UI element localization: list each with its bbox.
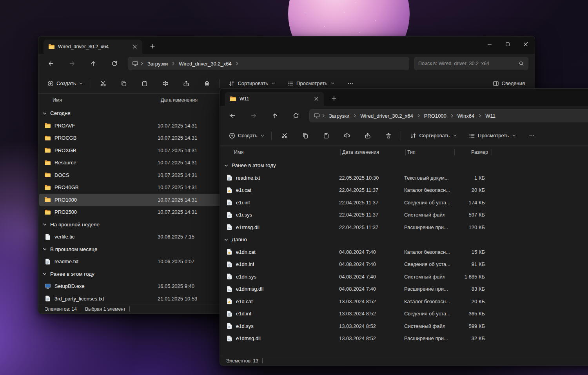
view-button[interactable]: Просмотреть xyxy=(465,130,520,142)
file-date: 10.07.2025 14:31 xyxy=(156,132,221,144)
file-size: 20 КБ xyxy=(452,184,489,197)
chevron-down-icon xyxy=(512,133,516,138)
forward-button[interactable] xyxy=(65,57,79,70)
file-date: 10.06.2025 0:07 xyxy=(156,255,221,268)
view-icon xyxy=(287,80,294,87)
chevron-right-icon xyxy=(321,113,326,118)
status-divider xyxy=(81,306,81,311)
create-button[interactable]: Создать xyxy=(44,78,87,89)
tab-close-button[interactable] xyxy=(131,42,139,51)
group-header[interactable]: Ранее в этом году xyxy=(221,159,588,172)
new-tab-button[interactable] xyxy=(147,41,158,52)
rename-button[interactable] xyxy=(339,129,354,142)
file-name: Resource xyxy=(54,160,76,166)
up-button[interactable] xyxy=(86,57,100,70)
column-header-type[interactable]: Тип xyxy=(406,146,455,158)
details-pane-icon xyxy=(493,80,499,87)
refresh-button[interactable] xyxy=(289,109,303,122)
file-row[interactable]: e1r.sys22.04.2025 11:37Системный файл597… xyxy=(221,209,588,221)
column-header-name[interactable]: Имя xyxy=(42,94,159,106)
tab-close-button[interactable] xyxy=(312,95,321,103)
chevron-down-icon xyxy=(42,247,47,251)
maximize-button[interactable] xyxy=(499,36,517,52)
column-header-date[interactable]: Дата изменения xyxy=(341,146,406,158)
file-row[interactable]: e1dnmsg.dll04.08.2024 7:40Расширение при… xyxy=(221,283,588,295)
group-label: Ранее в этом году xyxy=(50,271,94,277)
file-name-cell: e1dnmsg.dll xyxy=(221,283,338,295)
file-row[interactable]: e1d.inf13.03.2024 8:52Сведения об уста..… xyxy=(221,308,588,320)
up-button[interactable] xyxy=(268,109,282,122)
toolbar-divider xyxy=(401,131,401,140)
folder-icon xyxy=(230,96,236,102)
sort-icon xyxy=(229,80,235,87)
breadcrumb-item[interactable]: Winx64 xyxy=(456,112,476,120)
view-icon xyxy=(469,133,475,139)
details-button[interactable]: Сведения xyxy=(489,78,528,89)
column-header-name[interactable]: Имя xyxy=(223,146,341,158)
breadcrumb-item[interactable]: Загрузки xyxy=(145,60,170,68)
rename-icon xyxy=(162,80,169,87)
file-row[interactable]: e1dmsg.dll13.03.2024 8:52Расширение при.… xyxy=(221,332,588,345)
back-button[interactable] xyxy=(225,109,240,122)
share-icon xyxy=(365,133,371,139)
new-tab-button[interactable] xyxy=(328,93,339,104)
file-size: 1 КБ xyxy=(452,172,489,184)
minimize-button[interactable] xyxy=(481,36,499,52)
file-row[interactable]: e1d.sys13.03.2024 8:52Системный файл599 … xyxy=(221,320,588,333)
copy-button[interactable] xyxy=(116,77,131,90)
delete-button[interactable] xyxy=(381,129,396,142)
address-bar[interactable]: ЗагрузкиWired_driver_30.2_x64PRO1000Winx… xyxy=(309,109,588,122)
file-row[interactable]: e1r.cat22.04.2025 11:37Каталог безопасн.… xyxy=(221,184,588,197)
file-row[interactable]: readme.txt22.05.2025 10:30Текстовый доку… xyxy=(221,172,588,184)
search-input[interactable] xyxy=(418,61,515,66)
paste-button[interactable] xyxy=(137,77,152,90)
file-row[interactable]: e1dn.cat04.08.2024 7:40Каталог безопасн.… xyxy=(221,246,588,258)
tab-wired-driver[interactable]: Wired_driver_30.2_x64 xyxy=(44,40,142,54)
file-row[interactable]: e1dn.sys04.08.2024 7:40Системный файл1 6… xyxy=(221,271,588,283)
sort-button[interactable]: Сортировать xyxy=(407,130,461,142)
breadcrumb-item[interactable]: Wired_driver_30.2_x64 xyxy=(358,112,415,120)
breadcrumb-item[interactable]: Загрузки xyxy=(327,112,351,120)
file-row[interactable]: e1d.cat13.03.2024 8:52Каталог безопасн..… xyxy=(221,295,588,308)
file-size: 91 КБ xyxy=(452,258,489,271)
text-icon xyxy=(44,295,51,302)
close-button[interactable] xyxy=(517,36,535,52)
dll-icon xyxy=(226,335,232,342)
file-row[interactable]: e1dn.inf04.08.2024 7:40Сведения об уста.… xyxy=(221,258,588,271)
search-box[interactable] xyxy=(414,57,528,70)
group-label: На прошлой неделе xyxy=(50,222,100,228)
file-size: 120 КБ xyxy=(452,221,489,234)
cut-button[interactable] xyxy=(277,129,292,142)
back-button[interactable] xyxy=(44,57,58,70)
cut-button[interactable] xyxy=(96,77,111,90)
paste-button[interactable] xyxy=(319,129,334,142)
column-header-size[interactable]: Размер xyxy=(455,146,492,158)
inf-icon xyxy=(226,311,232,317)
share-button[interactable] xyxy=(179,77,194,90)
sort-label: Сортировать xyxy=(419,133,450,138)
breadcrumb-item[interactable]: Wired_driver_30.2_x64 xyxy=(177,60,233,68)
address-bar[interactable]: ЗагрузкиWired_driver_30.2_x64 xyxy=(128,57,409,70)
file-name: e1dnmsg.dll xyxy=(236,286,263,292)
view-label: Просмотреть xyxy=(478,133,509,138)
breadcrumb-item[interactable]: W11 xyxy=(483,112,497,120)
file-row[interactable]: e1rmsg.dll22.04.2025 11:37Расширение при… xyxy=(221,221,588,234)
tab-strip: Wired_driver_30.2_x64 xyxy=(38,36,535,54)
breadcrumb-item[interactable]: PRO1000 xyxy=(422,112,448,120)
file-row[interactable]: e1r.inf22.04.2025 11:37Сведения об уста.… xyxy=(221,197,588,209)
more-button[interactable] xyxy=(524,129,539,142)
refresh-button[interactable] xyxy=(107,57,122,70)
create-button[interactable]: Создать xyxy=(225,130,268,142)
delete-button[interactable] xyxy=(200,77,214,90)
view-button[interactable]: Просмотреть xyxy=(284,78,338,89)
share-button[interactable] xyxy=(360,129,375,142)
group-header[interactable]: Давно xyxy=(221,233,588,246)
file-type: Сведения об уста... xyxy=(403,197,452,209)
tab-w11[interactable]: W11 xyxy=(225,92,324,106)
sort-button[interactable]: Сортировать xyxy=(225,78,279,89)
forward-button[interactable] xyxy=(247,109,261,122)
copy-button[interactable] xyxy=(298,129,313,142)
file-name-cell: e1r.inf xyxy=(221,197,338,209)
rename-button[interactable] xyxy=(158,77,173,90)
file-name-cell: e1r.sys xyxy=(221,209,338,221)
